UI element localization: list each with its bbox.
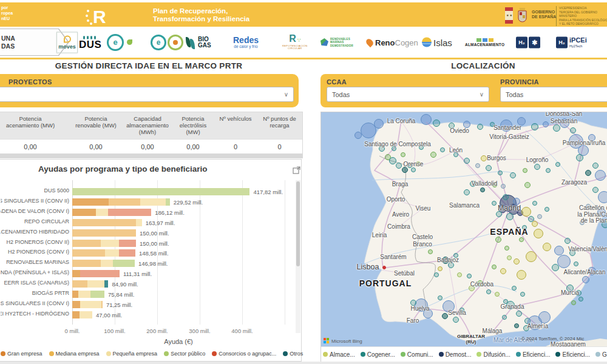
chart-legend-item-gran[interactable]: Gran empresa (1, 351, 42, 357)
bar-segment-sector[interactable] (90, 291, 104, 298)
bar-segment-pequena[interactable] (101, 260, 113, 267)
bar-segment-pequena[interactable] (87, 280, 104, 288)
spain-map[interactable]: Donostia-SanSebastiánLa CoruñaSantanderO… (321, 112, 607, 346)
map-bubble[interactable] (486, 289, 491, 294)
map-bubble[interactable] (523, 325, 529, 331)
expand-icon[interactable] (293, 166, 300, 174)
map-legend-item-6[interactable]: Eficienci... (555, 351, 590, 358)
logo-h2p[interactable]: H₂✱ (516, 36, 540, 48)
logo-ce2[interactable]: eo (151, 35, 183, 50)
map-bubble[interactable] (481, 155, 487, 161)
map-bubble[interactable] (566, 285, 574, 292)
map-bubble[interactable] (534, 229, 543, 238)
table-header-3[interactable]: Potenciaelectrólisis(MW) (172, 112, 214, 139)
map-bubble[interactable] (434, 272, 439, 277)
map-bubble[interactable] (430, 152, 436, 158)
map-bubble[interactable] (443, 300, 455, 312)
map-bubble[interactable] (517, 117, 526, 126)
map-bubble[interactable] (470, 181, 476, 187)
map-bubble[interactable] (433, 120, 440, 127)
table-header-0[interactable]: Potenciaacenamiento (MW) (0, 112, 69, 139)
logo-renmar[interactable]: RENOVABLESMARINASDEMOSTRADOR (320, 37, 353, 47)
map-bubble[interactable] (419, 145, 424, 150)
bar-segment-sector[interactable] (166, 198, 170, 206)
bar[interactable] (72, 188, 249, 195)
bar-segment-consorcios[interactable] (80, 270, 120, 277)
bar[interactable] (72, 249, 135, 257)
bar-segment-gran[interactable] (72, 209, 96, 216)
map-bubble[interactable] (565, 238, 571, 244)
bar-segment-pequena[interactable] (78, 291, 90, 298)
map-bubble[interactable] (526, 251, 537, 262)
map-bubble[interactable] (500, 268, 506, 274)
map-bubble[interactable] (449, 123, 455, 129)
map-legend-item-4[interactable]: Difusión... (476, 351, 510, 358)
map-bubble[interactable] (544, 207, 549, 212)
bar-segment-mediana[interactable] (101, 301, 103, 308)
map-bubble[interactable] (504, 246, 509, 251)
map-bubble[interactable] (428, 249, 433, 254)
proyectos-dropdown[interactable]: ∨ (0, 87, 294, 102)
bar-segment-gran[interactable] (72, 301, 80, 308)
map-bubble[interactable] (523, 168, 527, 173)
map-bubble[interactable] (546, 168, 551, 173)
bar-segment-mediana[interactable] (109, 198, 140, 206)
map-legend-item-1[interactable]: Cogener... (361, 351, 395, 358)
bar[interactable] (72, 209, 151, 216)
bar-segment-gran[interactable] (72, 198, 109, 206)
map-bubble[interactable] (464, 189, 470, 195)
map-bubble[interactable] (597, 208, 606, 217)
bar-segment-mediana[interactable] (72, 249, 105, 257)
map-bubble[interactable] (492, 201, 497, 206)
bar[interactable] (72, 240, 136, 247)
map-bubble[interactable] (588, 134, 595, 141)
map-bubble[interactable] (440, 147, 445, 152)
map-bubble[interactable] (602, 221, 607, 228)
bar[interactable] (72, 219, 142, 226)
map-bubble[interactable] (520, 292, 525, 297)
table-header-2[interactable]: Capacidadalmacenamiento(MWh) (123, 112, 172, 139)
map-bubble[interactable] (502, 315, 507, 320)
bar-segment-sector[interactable] (113, 260, 135, 267)
bar[interactable] (72, 311, 92, 318)
bar-segment-sector[interactable] (72, 188, 249, 195)
bar-segment-mediana[interactable] (72, 240, 101, 247)
map-bubble[interactable] (492, 265, 497, 269)
map-bubble[interactable] (495, 237, 501, 243)
map-bubble[interactable] (516, 311, 522, 317)
map-bubble[interactable] (374, 119, 384, 129)
map-bubble[interactable] (519, 237, 524, 242)
map-bubble[interactable] (574, 261, 578, 266)
map-bubble[interactable] (560, 118, 569, 128)
map-bubble[interactable] (503, 194, 509, 200)
bar-segment-pequena[interactable] (96, 209, 108, 216)
map-bubble[interactable] (569, 250, 575, 256)
map-bubble[interactable] (382, 266, 386, 269)
bar-segment-pequena[interactable] (136, 219, 142, 226)
map-bubble[interactable] (496, 211, 502, 217)
bar[interactable] (72, 270, 120, 277)
map-legend-item-5[interactable]: Eficienci... (516, 351, 551, 358)
bar-segment-pequena[interactable] (140, 198, 166, 206)
bar-segment-consorcios[interactable] (119, 249, 135, 257)
bar[interactable] (72, 280, 108, 288)
logo-dus[interactable]: DUS (79, 36, 101, 49)
map-bubble[interactable] (448, 262, 454, 268)
map-bubble[interactable] (598, 191, 607, 203)
map-bubble[interactable] (442, 313, 448, 319)
map-bubble[interactable] (595, 170, 606, 181)
logo-moves[interactable]: moves (56, 32, 78, 53)
chart-legend-item-sector[interactable]: Sector público (164, 351, 205, 357)
bar[interactable] (72, 291, 104, 298)
map-bubble[interactable] (553, 124, 560, 132)
map-bubble[interactable] (421, 114, 432, 125)
map-bubble[interactable] (552, 264, 559, 271)
map-bubble[interactable] (354, 132, 362, 139)
map-bubble[interactable] (510, 172, 516, 178)
map-bubble[interactable] (538, 311, 551, 323)
logo-almacen[interactable]: ALMACENAMIENTO (465, 38, 504, 47)
bar-segment-gran[interactable] (72, 291, 78, 298)
map-bubble[interactable] (580, 220, 585, 225)
table-scrollbar[interactable] (0, 153, 302, 158)
map-bubble[interactable] (571, 300, 576, 305)
